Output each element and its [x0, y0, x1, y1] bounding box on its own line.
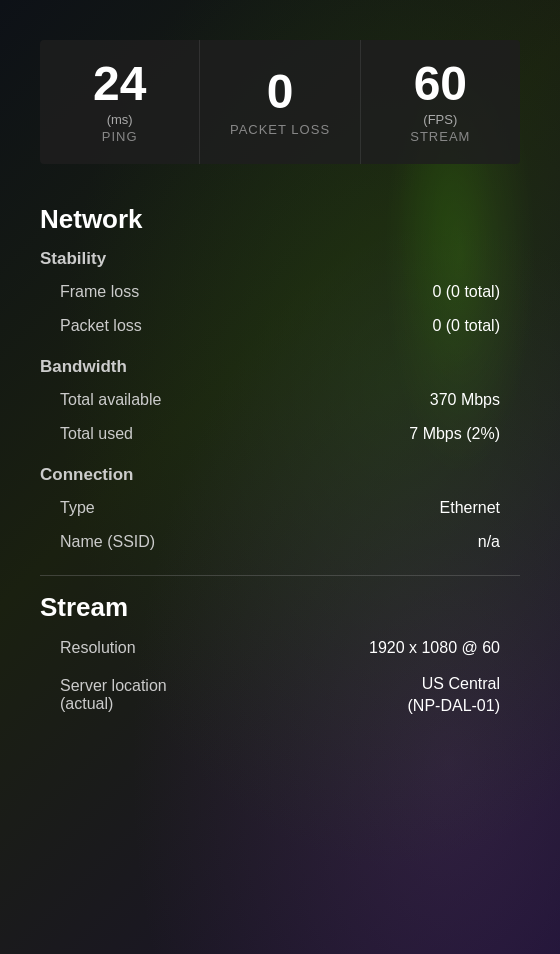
server-location-line1: US Central: [422, 675, 500, 692]
total-used-row: Total used 7 Mbps (2%): [40, 417, 520, 451]
connection-title: Connection: [40, 465, 520, 485]
name-ssid-label: Name (SSID): [60, 533, 155, 551]
frame-loss-row: Frame loss 0 (0 total): [40, 275, 520, 309]
total-used-value: 7 Mbps (2%): [409, 425, 500, 443]
resolution-row: Resolution 1920 x 1080 @ 60: [40, 631, 520, 665]
section-divider: [40, 575, 520, 576]
type-value: Ethernet: [440, 499, 500, 517]
stream-section: Stream Resolution 1920 x 1080 @ 60 Serve…: [40, 592, 520, 726]
network-packet-loss-value: 0 (0 total): [432, 317, 500, 335]
name-ssid-row: Name (SSID) n/a: [40, 525, 520, 559]
type-label: Type: [60, 499, 95, 517]
total-available-label: Total available: [60, 391, 161, 409]
type-row: Type Ethernet: [40, 491, 520, 525]
ping-value: 24: [93, 60, 146, 108]
server-location-line2: (NP-DAL-01): [408, 697, 500, 714]
network-packet-loss-label: Packet loss: [60, 317, 142, 335]
info-panel: Network Stability Frame loss 0 (0 total)…: [0, 184, 560, 954]
stream-title: Stream: [40, 592, 520, 623]
packet-loss-value: 0: [267, 68, 294, 116]
total-available-row: Total available 370 Mbps: [40, 383, 520, 417]
server-location-value: US Central (NP-DAL-01): [408, 673, 500, 718]
ping-stat: 24 (ms) PING: [40, 40, 200, 164]
main-content: 24 (ms) PING 0 PACKET LOSS 60 (FPS) STRE…: [0, 0, 560, 954]
bandwidth-title: Bandwidth: [40, 357, 520, 377]
total-used-label: Total used: [60, 425, 133, 443]
packet-loss-stat: 0 PACKET LOSS: [200, 40, 360, 164]
network-title: Network: [40, 204, 520, 235]
resolution-label: Resolution: [60, 639, 136, 657]
packet-loss-label: PACKET LOSS: [230, 122, 330, 137]
server-location-label: Server location(actual): [60, 677, 167, 713]
stream-unit: (FPS): [423, 112, 457, 127]
packet-loss-row: Packet loss 0 (0 total): [40, 309, 520, 343]
ping-unit: (ms): [107, 112, 133, 127]
stability-title: Stability: [40, 249, 520, 269]
ping-label: PING: [102, 129, 138, 144]
resolution-value: 1920 x 1080 @ 60: [369, 639, 500, 657]
stream-stat: 60 (FPS) STREAM: [361, 40, 520, 164]
stats-bar: 24 (ms) PING 0 PACKET LOSS 60 (FPS) STRE…: [40, 40, 520, 164]
total-available-value: 370 Mbps: [430, 391, 500, 409]
frame-loss-value: 0 (0 total): [432, 283, 500, 301]
server-location-row: Server location(actual) US Central (NP-D…: [40, 665, 520, 726]
frame-loss-label: Frame loss: [60, 283, 139, 301]
stream-label: STREAM: [410, 129, 470, 144]
name-ssid-value: n/a: [478, 533, 500, 551]
stream-value: 60: [414, 60, 467, 108]
